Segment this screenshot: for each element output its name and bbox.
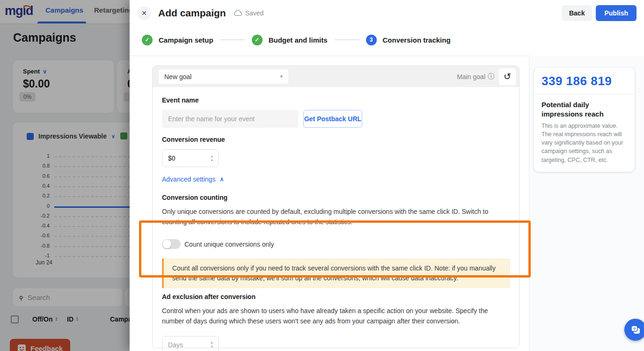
step-label: Campaign setup [159,36,213,44]
screen: mgid Campaigns Retargeting Campaigns Spe… [0,0,644,351]
get-postback-url-button[interactable]: Get Postback URL [303,110,362,128]
add-campaign-modal: ✕ Add campaign Saved Back Publish ✓ Camp… [130,0,644,351]
step-number-badge: 3 [366,35,377,45]
count-unique-toggle[interactable] [162,239,181,249]
wizard-steps: ✓ Campaign setup ✓ Budget and limits 3 C… [142,28,451,51]
stepper-up-icon[interactable]: ▲ [210,341,213,344]
help-chat-button[interactable]: ? [624,319,644,341]
refresh-icon[interactable]: ↺ [499,68,516,85]
cloud-saved-icon [234,10,242,16]
conversion-counting-title: Conversion counting [162,194,510,201]
step-connector [335,39,359,40]
count-unique-toggle-label: Count unique conversions only [184,241,274,248]
counting-warning-note: Count all conversions only if you need t… [162,258,510,288]
conversion-revenue-label: Conversion revenue [162,136,510,143]
back-button[interactable]: Back [562,5,592,21]
goal-select-dropdown[interactable]: New goal ▾ [159,69,288,84]
event-name-input[interactable] [162,110,298,128]
conversion-counting-description: Only unique conversions are counted by d… [162,207,510,227]
step-connector [220,39,245,40]
modal-title: Add campaign [158,7,226,19]
toggle-knob [162,240,171,249]
reach-title: Potential daily impressions reach [542,100,627,118]
exclusion-days-stepper[interactable]: ▲▼ [162,336,219,351]
goal-header-right: Main goal ⓘ ↺ [457,68,516,85]
ad-exclusion-description: Control when your ads are shown to users… [162,306,510,326]
main-goal-label: Main goal ⓘ [457,73,494,81]
conversion-revenue-input[interactable] [168,154,203,162]
stepper-down-icon[interactable]: ▼ [210,159,213,162]
step-label: Budget and limits [269,36,328,44]
goal-form-body: Event name Get Postback URL Conversion r… [153,87,519,351]
advanced-settings-label: Advanced settings [162,176,215,183]
advanced-settings-link[interactable]: Advanced settings ∧ [162,176,224,183]
stepper-arrows[interactable]: ▲▼ [210,341,213,348]
count-unique-toggle-row: Count unique conversions only [162,239,510,249]
help-bubbles-icon: ? [629,324,642,336]
reach-body: Potential daily impressions reach This i… [534,95,635,172]
close-icon[interactable]: ✕ [137,6,151,20]
check-icon: ✓ [252,35,263,45]
svg-text:?: ? [633,326,636,331]
stepper-arrows[interactable]: ▲▼ [210,155,213,162]
publish-button[interactable]: Publish [596,5,637,21]
reach-value: 339 186 819 [534,68,635,94]
goal-header-strip: New goal ▾ Main goal ⓘ ↺ [153,66,519,87]
goal-select-value: New goal [164,73,191,80]
exclusion-days-input[interactable] [168,341,203,349]
conversion-goal-card: New goal ▾ Main goal ⓘ ↺ Event name Get … [152,66,520,348]
saved-label: Saved [245,9,264,17]
impressions-reach-card: 339 186 819 Potential daily impressions … [534,68,635,172]
stepper-up-icon[interactable]: ▲ [210,155,213,158]
saved-status: Saved [234,9,264,17]
chevron-up-icon: ∧ [220,176,224,183]
event-name-label: Event name [162,96,510,104]
event-name-row: Get Postback URL [162,110,510,128]
ad-exclusion-title: Ad exclusion after conversion [162,293,510,300]
check-icon: ✓ [142,35,153,45]
reach-description: This is an approximate value. The real i… [542,122,627,164]
modal-header: ✕ Add campaign Saved Back Publish [130,0,644,26]
step-budget-limits[interactable]: ✓ Budget and limits [252,35,328,45]
dropdown-arrow-icon: ▾ [280,73,283,80]
step-campaign-setup[interactable]: ✓ Campaign setup [142,35,213,45]
step-conversion-tracking[interactable]: 3 Conversion tracking [366,35,451,45]
info-icon[interactable]: ⓘ [488,73,494,81]
stepper-down-icon[interactable]: ▼ [210,345,213,348]
conversion-revenue-stepper[interactable]: ▲▼ [162,149,219,167]
step-label: Conversion tracking [383,36,451,44]
modal-actions: Back Publish [562,5,637,21]
